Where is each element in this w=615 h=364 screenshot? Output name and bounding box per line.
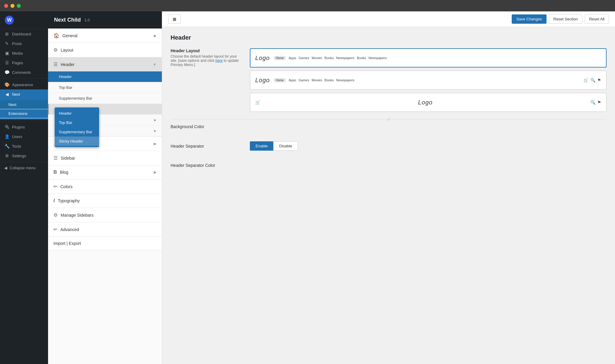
nav-item-colors[interactable]: ✏ Colors	[48, 179, 162, 194]
sidebar-item-pages[interactable]: ☰ Pages	[0, 58, 48, 68]
flag-icon-right: ⚑	[597, 100, 601, 105]
submenu-supplementary[interactable]: Supplementary Bar	[55, 127, 99, 137]
separator-dot	[387, 118, 390, 121]
sidebar-item-dashboard[interactable]: ⊞ Dashboard	[0, 29, 48, 39]
sidebar-item-posts[interactable]: ✎ Posts	[0, 39, 48, 48]
next-sub-item-extensions[interactable]: Extensions	[0, 109, 48, 118]
customizer-wrapper: Next Child 1.0 🏠 General ▶	[48, 11, 615, 364]
nav-item-typography[interactable]: I Typography	[48, 194, 162, 208]
sidebar-item-users[interactable]: 👤 Users	[0, 132, 48, 141]
content-toolbar: ▦ Save Changes Reset Section Reset All	[162, 11, 615, 27]
layout-option-1[interactable]: Logo Home Apps Games Movies Books Newspa…	[250, 48, 607, 68]
close-button[interactable]	[4, 4, 8, 8]
section-title: Header	[171, 34, 607, 41]
theme-name: Next Child	[54, 17, 81, 23]
left-panel: Next Child 1.0 🏠 General ▶	[48, 11, 162, 364]
nav-item-header[interactable]: ☰ Header ▼	[48, 57, 162, 71]
advanced-icon: ✏	[53, 227, 57, 232]
nav-section-sidebar: ☰ Sidebar	[48, 151, 162, 165]
left-nav: 🏠 General ▶ ⚙ Layout	[48, 29, 162, 364]
search-icon: 🔍	[590, 78, 595, 83]
nav-item-blog[interactable]: B Blog ▶	[48, 165, 162, 179]
sidebar-item-appearance[interactable]: 🎨 Appearance	[0, 80, 48, 89]
content-section: Header Header Layout Choose the default …	[162, 27, 615, 187]
collapse-menu[interactable]: ◀ Collapse menu	[0, 163, 48, 173]
header-icon: ☰	[53, 62, 58, 67]
nav-item-books2: Books	[357, 56, 366, 60]
here-link[interactable]: here	[215, 59, 223, 63]
layout-option-2[interactable]: Logo Home Apps Games Movies Books Newspa…	[250, 71, 607, 90]
menu-styling-chevron: ▶	[154, 129, 156, 132]
layout1-logo: Logo	[255, 55, 270, 62]
sidebar-nav-icon: ☰	[53, 155, 58, 161]
footer-chevron: ▶	[154, 142, 156, 146]
sub-nav-header[interactable]: Header	[48, 71, 162, 82]
sidebar-item-plugins[interactable]: 🔌 Plugins	[0, 122, 48, 132]
title-bar	[0, 0, 615, 11]
toolbar-right: Save Changes Reset Section Reset All	[512, 14, 609, 24]
sidebar-item-comments[interactable]: 💬 Comments	[0, 68, 48, 77]
search-icon-right: 🔍	[590, 100, 595, 105]
bg-color-row: Background Color	[171, 124, 607, 135]
typography-icon: I	[53, 198, 55, 203]
separator	[171, 119, 607, 119]
flag-icon: ⚑	[597, 78, 601, 83]
submenu-sticky-header[interactable]: Sticky Header	[55, 137, 99, 146]
header-chevron: ▼	[153, 62, 156, 67]
general-chevron: ▶	[154, 34, 156, 38]
reset-all-button[interactable]: Reset All	[585, 14, 609, 24]
panel-header: Next Child 1.0	[48, 11, 162, 29]
wp-logo: W	[0, 11, 48, 29]
layout2-apps: Apps	[289, 78, 296, 82]
nav-item-movies: Movies	[312, 56, 322, 60]
appearance-icon: 🎨	[4, 82, 10, 87]
nav-section-typography: I Typography	[48, 194, 162, 208]
header-layout-label: Header Layout	[171, 48, 243, 53]
right-content: ▦ Save Changes Reset Section Reset All H…	[162, 11, 615, 364]
sub-nav-top-bar[interactable]: Top Bar	[48, 82, 162, 93]
sub-nav-supplementary-bar[interactable]: Supplementary Bar	[48, 93, 162, 104]
save-changes-button[interactable]: Save Changes	[512, 14, 546, 24]
header-separator-label: Header Separator	[171, 144, 243, 149]
reset-section-button[interactable]: Reset Section	[549, 14, 582, 24]
header-submenu-dropdown: Header Top Bar Supplementary Bar Sticky …	[55, 107, 99, 147]
next-sub-item-next[interactable]: Next	[0, 100, 48, 109]
minimize-button[interactable]	[11, 4, 14, 8]
layout2-logo: Logo	[255, 77, 270, 84]
sidebar-item-settings[interactable]: ⚙ Settings	[0, 151, 48, 161]
nav-item-layout[interactable]: ⚙ Layout	[48, 43, 162, 57]
nav-item-manage-sidebars[interactable]: ⚙ Manage Sidebars	[48, 208, 162, 222]
nav-item-general[interactable]: 🏠 General ▶	[48, 29, 162, 43]
bg-color-label: Background Color	[171, 124, 243, 129]
nav-section-manage-sidebars: ⚙ Manage Sidebars	[48, 208, 162, 222]
grid-view-button[interactable]: ▦	[168, 14, 181, 24]
plugins-icon: 🔌	[4, 125, 10, 129]
nav-item-sidebar[interactable]: ☰ Sidebar	[48, 151, 162, 165]
layout-options: Logo Home Apps Games Movies Books Newspa…	[250, 48, 607, 112]
disable-button[interactable]: Disable	[273, 141, 298, 151]
layout-icon: ⚙	[53, 47, 58, 53]
submenu-top-bar[interactable]: Top Bar	[55, 118, 99, 127]
layout2-icons: 🛒 🔍 ⚑	[583, 78, 601, 83]
header-layout-row: Header Layout Choose the default header …	[171, 48, 607, 112]
sidebar-item-media[interactable]: ▣ Media	[0, 48, 48, 58]
enable-button[interactable]: Enable	[250, 141, 273, 151]
header-layout-desc: Choose the default header layout for you…	[171, 54, 243, 67]
colors-icon: ✏	[53, 184, 57, 189]
users-icon: 👤	[4, 134, 10, 139]
sidebar-item-next[interactable]: ◀ Next	[0, 89, 48, 99]
cart-icon: 🛒	[583, 78, 589, 83]
maximize-button[interactable]	[17, 4, 21, 8]
sidebar-divider3	[0, 162, 48, 162]
submenu-header[interactable]: Header	[55, 109, 99, 118]
cart-icon-left: 🛒	[255, 100, 260, 105]
layout2-nav: Home Apps Games Movies Books Newspapers	[274, 78, 355, 83]
nav-item-apps: Apps	[289, 56, 296, 60]
wp-admin-sidebar: W ⊞ Dashboard ✎ Posts ▣ Media ☰ Pages 💬 …	[0, 11, 48, 364]
layout-option-3[interactable]: 🛒 Logo 🔍 ⚑	[250, 93, 607, 112]
header-separator-color-label: Header Separator Color	[171, 163, 243, 168]
next-icon: ◀	[4, 92, 10, 97]
nav-item-advanced[interactable]: ✏ Advanced	[48, 222, 162, 236]
sidebar-item-tools[interactable]: 🔧 Tools	[0, 141, 48, 151]
nav-item-import-export[interactable]: Import | Export	[48, 237, 162, 250]
